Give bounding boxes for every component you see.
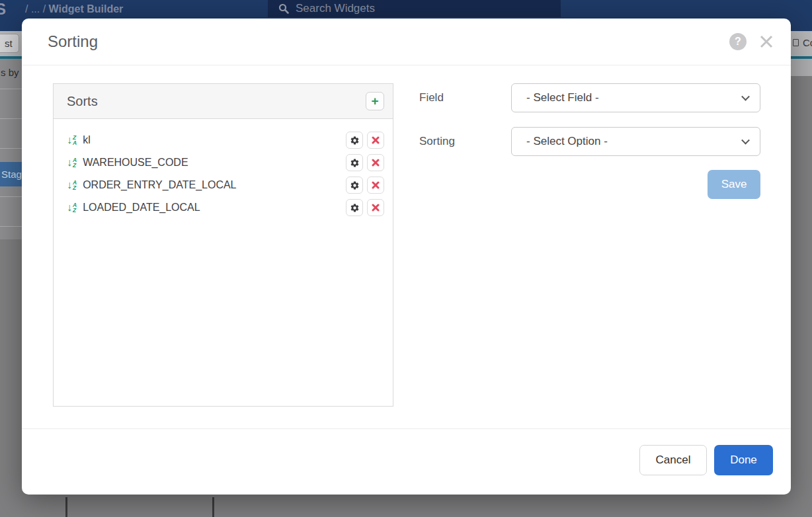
done-button[interactable]: Done xyxy=(714,445,773,475)
sort-item-row: ↓ AZ ORDER_ENTRY_DATE_LOCAL xyxy=(67,174,384,196)
modal-title: Sorting xyxy=(48,32,98,51)
sorts-panel-header: Sorts + xyxy=(54,84,393,119)
sort-direction-icon: ↓ AZ xyxy=(67,157,77,168)
field-select[interactable]: - Select Field - xyxy=(511,83,760,112)
sort-item-actions xyxy=(346,177,384,194)
copy-icon xyxy=(793,39,799,46)
sort-item-label: LOADED_DATE_LOCAL xyxy=(83,202,200,214)
sort-item-label: WAREHOUSE_CODE xyxy=(83,157,188,169)
background-table-border xyxy=(65,497,67,517)
copy-button-partial: Cop xyxy=(793,37,812,48)
sort-settings-button[interactable] xyxy=(346,132,363,149)
sort-remove-button[interactable] xyxy=(367,199,384,216)
app-logo: S xyxy=(0,0,6,19)
copy-button-label: Cop xyxy=(803,37,812,48)
remove-x-icon xyxy=(372,159,380,167)
modal-body: Sorts + ↓ ZA kl ↓ AZ WAREHOUSE_CODE xyxy=(22,65,791,428)
sorts-panel-title: Sorts xyxy=(67,94,98,109)
close-icon[interactable] xyxy=(758,33,775,50)
modal-footer: Cancel Done xyxy=(22,428,791,495)
sort-letters: AZ xyxy=(73,157,77,168)
gear-icon xyxy=(350,136,360,145)
sort-item-label: ORDER_ENTRY_DATE_LOCAL xyxy=(83,179,236,191)
modal-header-icons: ? xyxy=(729,33,775,50)
sort-item-actions xyxy=(346,132,384,149)
sort-direction-icon: ↓ ZA xyxy=(67,135,77,145)
sort-letters: ZA xyxy=(73,135,77,145)
sorts-list: ↓ ZA kl ↓ AZ WAREHOUSE_CODE xyxy=(54,119,393,219)
sort-settings-button[interactable] xyxy=(346,199,363,216)
help-icon[interactable]: ? xyxy=(729,33,747,50)
breadcrumb-prefix: / ... / xyxy=(25,3,49,15)
background-left-panel: s by C Stag xyxy=(0,59,22,239)
search-placeholder: Search Widgets xyxy=(296,2,375,15)
sort-item-actions xyxy=(346,199,384,216)
row-divider xyxy=(0,148,22,149)
row-divider xyxy=(0,89,22,89)
screen: S / ... / Widget Builder Search Widgets … xyxy=(0,0,812,517)
sorting-select[interactable]: - Select Option - xyxy=(511,127,760,156)
search-input: Search Widgets xyxy=(268,0,561,17)
sorts-panel: Sorts + ↓ ZA kl ↓ AZ WAREHOUSE_CODE xyxy=(53,83,393,407)
sort-item-row: ↓ ZA kl xyxy=(67,129,384,151)
gear-icon xyxy=(350,180,360,190)
sort-direction-icon: ↓ AZ xyxy=(67,180,77,190)
sort-item-row: ↓ AZ WAREHOUSE_CODE xyxy=(67,151,384,174)
arrow-down-icon: ↓ xyxy=(67,202,72,213)
search-icon xyxy=(278,3,289,14)
sort-remove-button[interactable] xyxy=(367,132,384,149)
gear-icon xyxy=(350,158,360,168)
cancel-button[interactable]: Cancel xyxy=(639,445,707,475)
gear-icon xyxy=(350,203,360,213)
breadcrumb: / ... / Widget Builder xyxy=(25,0,123,19)
chevron-down-icon xyxy=(741,136,750,145)
field-select-value: - Select Field - xyxy=(526,91,599,104)
sort-settings-button[interactable] xyxy=(346,154,363,171)
chevron-down-icon xyxy=(741,93,750,101)
row-divider xyxy=(0,118,22,119)
sort-letters: AZ xyxy=(73,180,77,190)
sort-item-label: kl xyxy=(83,134,91,146)
remove-x-icon xyxy=(372,181,380,189)
sorting-label: Sorting xyxy=(419,127,455,156)
sort-letters: AZ xyxy=(73,202,77,213)
sort-remove-button[interactable] xyxy=(367,154,384,171)
modal-header: Sorting ? xyxy=(22,19,791,65)
arrow-down-icon: ↓ xyxy=(67,157,72,168)
remove-x-icon xyxy=(372,136,380,144)
sort-settings-button[interactable] xyxy=(346,177,363,194)
field-label: Field xyxy=(419,83,444,112)
remove-x-icon xyxy=(372,204,380,212)
sort-item-actions xyxy=(346,154,384,171)
top-nav-bar: S / ... / Widget Builder Search Widgets xyxy=(0,0,812,19)
list-button-partial: st xyxy=(0,34,19,53)
add-sort-button[interactable]: + xyxy=(366,92,384,110)
row-divider xyxy=(0,196,22,197)
row-divider xyxy=(0,226,22,227)
breadcrumb-current: Widget Builder xyxy=(49,3,124,15)
background-right-strip xyxy=(791,59,812,76)
sorting-select-value: - Select Option - xyxy=(526,135,608,147)
sort-remove-button[interactable] xyxy=(367,177,384,194)
arrow-down-icon: ↓ xyxy=(67,180,72,190)
background-table-border xyxy=(212,497,214,517)
sort-item-row: ↓ AZ LOADED_DATE_LOCAL xyxy=(67,196,384,219)
arrow-down-icon: ↓ xyxy=(67,135,72,145)
save-button[interactable]: Save xyxy=(708,170,760,199)
sort-direction-icon: ↓ AZ xyxy=(67,202,77,213)
sorting-modal: Sorting ? Sorts + ↓ ZA kl xyxy=(22,19,791,495)
background-active-row: Stag xyxy=(0,162,22,186)
